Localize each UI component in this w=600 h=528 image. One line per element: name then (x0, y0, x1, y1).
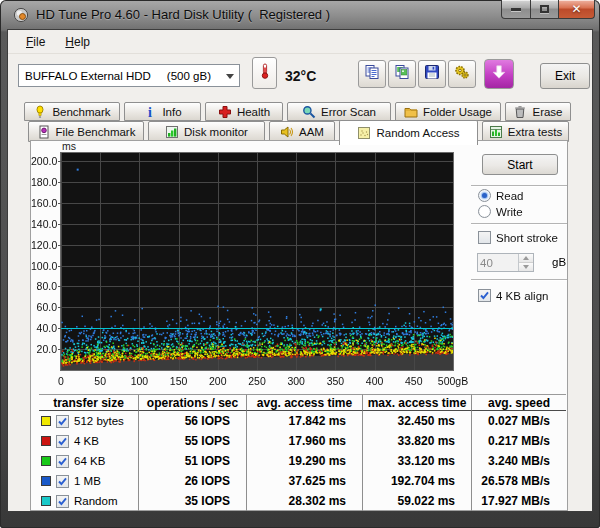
thermometer-icon (257, 58, 273, 88)
bulb-icon (33, 105, 47, 119)
drive-selector-value: BUFFALO External HDD (500 gB) (25, 70, 211, 82)
y-tick-mark (58, 307, 61, 308)
tab-aam[interactable]: AAM (269, 121, 335, 142)
down-arrow-button[interactable] (484, 59, 514, 89)
series-color-swatch (41, 496, 51, 506)
series-checkbox[interactable] (56, 455, 69, 468)
menu-bar: FileHelp (8, 30, 592, 54)
menu-item-file[interactable]: File (16, 33, 55, 51)
x-tick-label: 100 (117, 375, 161, 387)
speaker-icon (280, 125, 294, 139)
table-cell-ops: 55 IOPS (138, 431, 246, 451)
tab-random-access[interactable]: Random Access (339, 120, 478, 145)
tab-error-scan[interactable]: Error Scan (287, 102, 391, 121)
write-radio[interactable]: Write (478, 205, 523, 218)
x-tick-label: 250 (235, 375, 279, 387)
copy-text-button[interactable] (358, 60, 386, 88)
read-radio[interactable]: Read (478, 189, 524, 202)
save-button[interactable] (418, 60, 446, 88)
toolbar: BUFFALO External HDD (500 gB) 32°C Exit (8, 55, 592, 99)
triangle-down-icon (523, 265, 529, 272)
tab-label: AAM (299, 126, 324, 138)
transfer-size-label: 1 MB (74, 471, 101, 491)
start-button[interactable]: Start (482, 154, 558, 175)
y-tick-mark (58, 286, 61, 287)
tab-health[interactable]: Health (205, 102, 283, 121)
x-tick-label: 300 (274, 375, 318, 387)
maximize-button[interactable] (531, 0, 559, 19)
health-cross-icon (218, 105, 232, 119)
tab-label: Benchmark (52, 106, 110, 118)
table-cell-speed: 26.578 MB/s (471, 471, 566, 491)
x-tick-label: 400 (353, 375, 397, 387)
series-checkbox[interactable] (56, 495, 69, 508)
y-tick-label: 80.0 (31, 280, 57, 292)
client-area: FileHelp BUFFALO External HDD (500 gB) 3… (8, 30, 592, 511)
series-checkbox[interactable] (56, 475, 69, 488)
x-tick-label: 50 (78, 375, 122, 387)
short-stroke-checkbox[interactable]: Short stroke (478, 231, 558, 244)
table-cell-speed: 17.927 MB/s (471, 491, 566, 511)
stepper-up-button[interactable] (519, 254, 533, 263)
table-row-transfer-size: 1 MB (39, 471, 138, 491)
trash-icon (513, 105, 527, 119)
y-tick-label: 200.0 (31, 155, 57, 167)
align-checkbox[interactable]: 4 KB align (478, 289, 548, 302)
svg-text:i: i (148, 105, 152, 119)
temperature-value: 32°C (285, 68, 316, 84)
gears-icon (454, 64, 470, 84)
series-checkbox[interactable] (56, 435, 69, 448)
close-button[interactable]: ✕ (559, 0, 595, 19)
capacity-unit-label: gB (552, 256, 566, 268)
minimize-button[interactable] (501, 0, 531, 19)
copy-image-button[interactable] (388, 60, 416, 88)
series-checkbox[interactable] (56, 415, 69, 428)
tab-disk-monitor[interactable]: Disk monitor (148, 121, 265, 142)
tab-file-benchmark[interactable]: File Benchmark (28, 121, 144, 142)
table-cell-ops: 35 IOPS (138, 491, 246, 511)
menu-item-help[interactable]: Help (55, 33, 100, 51)
y-tick-mark (58, 245, 61, 246)
series-color-swatch (41, 476, 51, 486)
exit-button[interactable]: Exit (540, 63, 590, 89)
down-arrow-icon (490, 63, 508, 85)
table-cell-ops: 56 IOPS (138, 411, 246, 431)
y-tick-mark (58, 266, 61, 267)
y-tick-mark (58, 161, 61, 162)
table-header: avg. speed (471, 394, 566, 411)
triangle-up-icon (523, 253, 529, 260)
file-page-icon (37, 125, 51, 139)
close-icon: ✕ (571, 2, 581, 16)
tab-erase[interactable]: Erase (505, 102, 571, 121)
table-cell-ops: 51 IOPS (138, 451, 246, 471)
info-icon: i (143, 105, 157, 119)
y-tick-mark (58, 182, 61, 183)
y-tick-label: 100.0 (31, 260, 57, 272)
separator (471, 185, 567, 186)
checkbox-unchecked-icon (478, 231, 491, 244)
table-header: max. access time (362, 394, 471, 411)
tab-extra-tests[interactable]: Extra tests (482, 121, 569, 142)
transfer-size-label: 512 bytes (74, 411, 124, 431)
series-color-swatch (41, 436, 51, 446)
gears-button[interactable] (448, 60, 476, 88)
temperature-button[interactable] (252, 57, 277, 89)
tab-info[interactable]: iInfo (124, 102, 201, 121)
table-row-transfer-size: 64 KB (39, 451, 138, 471)
tab-folder-usage[interactable]: Folder Usage (395, 102, 501, 121)
y-tick-mark (58, 224, 61, 225)
tab-strip: BenchmarkiInfoHealthError ScanFolder Usa… (8, 99, 592, 145)
capacity-input[interactable] (480, 255, 516, 270)
transfer-size-label: Random (74, 491, 117, 511)
title-bar: HD Tune Pro 4.60 - Hard Disk Utility ( R… (0, 0, 600, 30)
radio-unselected-icon (478, 205, 491, 218)
transfer-size-label: 4 KB (74, 431, 99, 451)
stepper-down-button[interactable] (519, 263, 533, 271)
tab-label: Extra tests (508, 126, 562, 138)
tab-benchmark[interactable]: Benchmark (24, 102, 120, 121)
drive-selector[interactable]: BUFFALO External HDD (500 gB) (18, 64, 240, 87)
transfer-size-label: 64 KB (74, 451, 105, 471)
minimize-icon (511, 8, 521, 11)
table-cell-speed: 3.240 MB/s (471, 451, 566, 471)
table-cell-max: 33.120 ms (362, 451, 471, 471)
